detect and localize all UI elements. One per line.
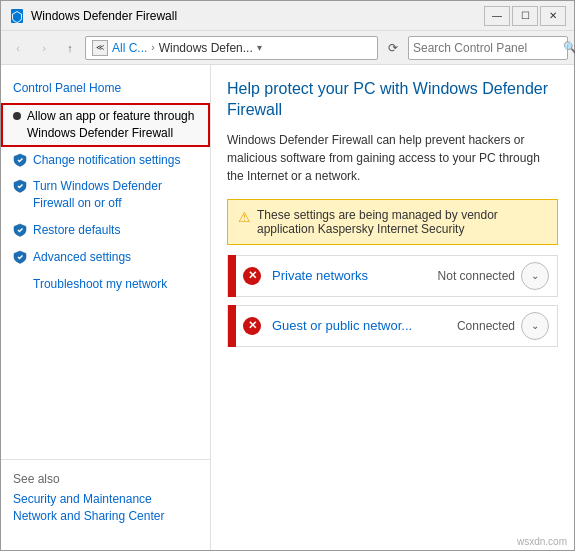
breadcrumb-dropdown-arrow[interactable]: ▾	[257, 42, 262, 53]
maximize-button[interactable]: ☐	[512, 6, 538, 26]
shield-icon-3	[13, 223, 27, 237]
sidebar-item-turn-on-off[interactable]: Turn Windows Defender Firewall on or off	[1, 173, 210, 217]
shield-icon-1	[13, 153, 27, 167]
sidebar-item-allow-app-label: Allow an app or feature through Windows …	[27, 108, 198, 142]
shield-icon-4	[13, 250, 27, 264]
refresh-button[interactable]: ⟳	[382, 37, 404, 59]
sidebar-item-troubleshoot-label: Troubleshoot my network	[33, 276, 167, 293]
sidebar-home-link[interactable]: Control Panel Home	[1, 77, 210, 103]
breadcrumb-separator: ›	[151, 42, 154, 53]
sidebar-item-restore-defaults-label: Restore defaults	[33, 222, 120, 239]
bullet-icon	[13, 112, 21, 120]
network-icon-wrap-private: ✕	[236, 255, 268, 297]
main-content: Control Panel Home Allow an app or featu…	[1, 65, 574, 550]
search-box[interactable]: 🔍	[408, 36, 568, 60]
network-expand-private[interactable]: ⌄	[521, 262, 549, 290]
search-input[interactable]	[413, 41, 563, 55]
warning-text: These settings are being managed by vend…	[257, 208, 547, 236]
sidebar-item-change-notification-label: Change notification settings	[33, 152, 180, 169]
watermark: wsxdn.com	[517, 536, 567, 547]
breadcrumb-all-control-panel[interactable]: All C...	[112, 41, 147, 55]
network-card-accent-public	[228, 305, 236, 347]
close-button[interactable]: ✕	[540, 6, 566, 26]
content-area: Help protect your PC with Windows Defend…	[211, 65, 574, 550]
sidebar-item-turn-on-off-label: Turn Windows Defender Firewall on or off	[33, 178, 198, 212]
content-title: Help protect your PC with Windows Defend…	[227, 79, 558, 121]
breadcrumb: ≪ All C... › Windows Defen... ▾	[85, 36, 378, 60]
network-card-public: ✕ Guest or public networ... Connected ⌄	[227, 305, 558, 347]
up-button[interactable]: ↑	[59, 37, 81, 59]
network-name-public[interactable]: Guest or public networ...	[268, 318, 457, 333]
window-title: Windows Defender Firewall	[31, 9, 484, 23]
sidebar-item-change-notification[interactable]: Change notification settings	[1, 147, 210, 174]
warning-banner: ⚠ These settings are being managed by ve…	[227, 199, 558, 245]
breadcrumb-current: Windows Defen...	[159, 41, 253, 55]
network-card-private: ✕ Private networks Not connected ⌄	[227, 255, 558, 297]
breadcrumb-dropdown[interactable]: ≪	[92, 40, 108, 56]
sidebar-item-allow-app[interactable]: Allow an app or feature through Windows …	[1, 103, 210, 147]
network-x-icon-private: ✕	[243, 267, 261, 285]
see-also-security[interactable]: Security and Maintenance	[13, 492, 198, 506]
network-icon-wrap-public: ✕	[236, 305, 268, 347]
window-controls: — ☐ ✕	[484, 6, 566, 26]
address-bar: ‹ › ↑ ≪ All C... › Windows Defen... ▾ ⟳ …	[1, 31, 574, 65]
content-description: Windows Defender Firewall can help preve…	[227, 131, 558, 185]
network-status-public: Connected	[457, 319, 521, 333]
network-name-private[interactable]: Private networks	[268, 268, 438, 283]
chevron-down-icon-public: ⌄	[531, 320, 539, 331]
sidebar-item-advanced-settings-label: Advanced settings	[33, 249, 131, 266]
see-also-title: See also	[13, 472, 198, 486]
network-card-accent-private	[228, 255, 236, 297]
sidebar-item-restore-defaults[interactable]: Restore defaults	[1, 217, 210, 244]
chevron-down-icon-private: ⌄	[531, 270, 539, 281]
forward-button[interactable]: ›	[33, 37, 55, 59]
network-status-private: Not connected	[438, 269, 521, 283]
sidebar-see-also: See also Security and Maintenance Networ…	[1, 459, 210, 538]
search-icon: 🔍	[563, 41, 575, 54]
network-expand-public[interactable]: ⌄	[521, 312, 549, 340]
sidebar-item-troubleshoot[interactable]: Troubleshoot my network	[1, 271, 210, 298]
back-button[interactable]: ‹	[7, 37, 29, 59]
shield-icon-2	[13, 179, 27, 193]
app-icon	[9, 8, 25, 24]
see-also-network[interactable]: Network and Sharing Center	[13, 509, 198, 523]
title-bar: Windows Defender Firewall — ☐ ✕	[1, 1, 574, 31]
network-x-icon-public: ✕	[243, 317, 261, 335]
warning-icon: ⚠	[238, 209, 251, 225]
sidebar-item-advanced-settings[interactable]: Advanced settings	[1, 244, 210, 271]
sidebar: Control Panel Home Allow an app or featu…	[1, 65, 211, 550]
minimize-button[interactable]: —	[484, 6, 510, 26]
